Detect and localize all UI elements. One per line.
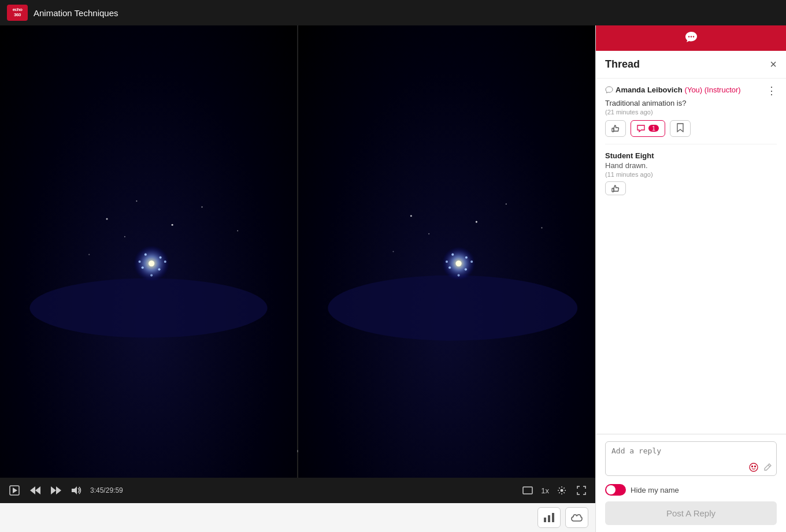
svg-point-21 [506,203,507,204]
svg-point-4 [201,206,202,207]
comment-time: (21 minutes ago) [605,109,777,116]
svg-rect-49 [612,188,614,192]
comment-block-main: Amanda Leibovich (You) (Instructor) ⋮ Tr… [605,85,777,195]
svg-point-32 [458,274,460,277]
sub-comment: Student Eight Hand drawn. (11 minutes ag… [605,144,777,195]
reply-count-button[interactable]: 1 [631,120,665,137]
rewind-button[interactable] [28,484,43,497]
svg-rect-44 [552,513,554,522]
svg-point-29 [465,268,467,270]
comment-author-tag: (You) (Instructor) [685,85,741,94]
time-display: 3:45/29:59 [90,486,123,494]
svg-marker-36 [35,486,40,494]
svg-point-8 [237,230,238,231]
comment-author-row: Amanda Leibovich (You) (Instructor) ⋮ [605,85,777,96]
play-button[interactable] [7,483,22,498]
fullscreen-button[interactable] [574,483,588,497]
svg-point-27 [465,256,468,259]
svg-point-24 [392,251,394,252]
sub-comment-actions [605,181,777,195]
volume-button[interactable] [69,484,84,497]
stats-button[interactable] [537,507,561,528]
edit-icon [763,463,772,472]
video-frame-left [0,25,297,478]
svg-point-11 [160,256,162,259]
video-frame-right [298,25,595,478]
svg-point-10 [144,254,147,256]
svg-rect-43 [548,515,550,522]
svg-point-3 [106,218,107,220]
reply-input-icons [748,462,773,475]
hide-name-row: Hide my name [605,484,777,496]
svg-rect-48 [612,128,614,132]
svg-point-30 [470,261,473,263]
panel-close-button[interactable]: × [770,58,777,71]
comment-more-button[interactable]: ⋮ [766,85,777,96]
speech-icon [637,125,645,132]
svg-rect-42 [544,518,546,522]
reply-count-badge: 1 [648,125,659,132]
svg-point-0 [29,278,267,338]
video-area: 3:45/29:59 1x [0,25,595,532]
comment-text: Traditional animation is? [605,99,777,107]
settings-button[interactable] [555,483,569,497]
bookmark-button[interactable] [670,120,691,137]
stars-left [0,25,297,478]
comment-icon [605,86,613,94]
cloud-button[interactable] [565,507,588,528]
sub-comment-author: Student Eight [605,151,777,160]
svg-point-28 [448,266,451,269]
stars-right [298,25,595,478]
svg-point-20 [410,215,412,217]
comment-author-name: Amanda Leibovich [616,85,683,94]
hide-name-toggle[interactable] [605,484,626,496]
current-time: 3:45 [90,486,103,494]
post-reply-button[interactable]: Post A Reply [605,501,777,525]
svg-marker-34 [13,488,17,493]
toggle-knob [606,485,616,494]
svg-point-52 [755,466,756,467]
svg-point-6 [172,224,173,226]
emoji-icon [749,463,758,472]
fast-forward-button[interactable] [49,484,64,497]
comment-actions: 1 [605,120,777,137]
svg-point-12 [142,266,144,269]
edit-button[interactable] [762,462,773,475]
svg-point-14 [164,261,166,263]
thread-content: Amanda Leibovich (You) (Instructor) ⋮ Tr… [596,79,786,434]
svg-rect-40 [523,487,532,494]
svg-point-45 [688,36,689,37]
controls-bar: 3:45/29:59 1x [0,478,595,503]
svg-point-50 [750,463,758,471]
svg-point-9 [136,200,137,202]
thumb-up-icon [611,124,620,132]
speed-button[interactable]: 1x [541,486,549,495]
svg-point-13 [158,268,160,270]
aspect-ratio-button[interactable] [520,484,535,497]
svg-point-23 [476,221,477,223]
video-frame-left-inner [0,25,297,478]
svg-point-16 [150,274,153,277]
hide-name-label: Hide my name [631,486,679,494]
svg-point-31 [446,261,448,263]
right-panel: Thread × Amanda Leibovich (You) (Instruc… [595,25,786,532]
bookmark-icon [676,123,684,132]
emoji-button[interactable] [748,462,759,475]
reply-area: Hide my name Post A Reply [596,434,786,532]
svg-marker-38 [56,486,61,494]
panel-title-bar: Thread × [596,51,786,79]
total-time: 29:59 [106,486,123,494]
svg-point-25 [541,227,542,228]
app-header: echo360 Animation Techniques [0,0,786,25]
svg-point-17 [328,276,577,341]
svg-marker-37 [51,486,56,494]
sub-like-button[interactable] [605,181,626,195]
sub-thumb-up-icon [611,184,620,192]
video-frame-right-inner [298,25,595,478]
svg-point-22 [428,233,429,235]
panel-chat-icon [684,31,698,46]
like-button[interactable] [605,120,626,137]
svg-point-2 [149,261,154,266]
panel-title: Thread [605,58,640,70]
svg-point-19 [455,261,461,266]
